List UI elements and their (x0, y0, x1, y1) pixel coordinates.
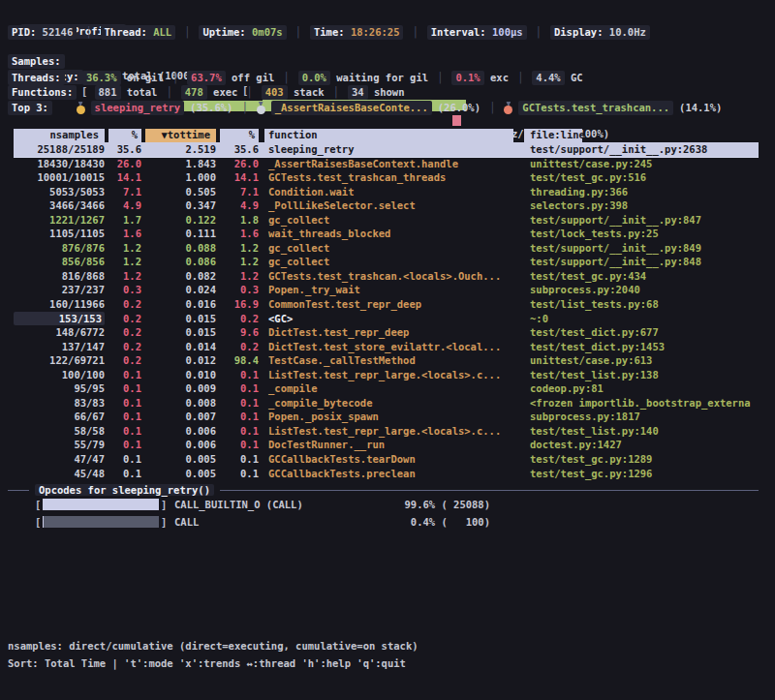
table-row[interactable]: 47/470.10.0050.1GCCallbackTests.tearDown… (0, 452, 775, 467)
cell-cumulative-pct: 7.1 (220, 185, 259, 199)
cell-cumulative-pct: 0.1 (220, 368, 259, 382)
table-row[interactable]: 1221/12671.70.1221.8gc_collecttest/suppo… (0, 213, 775, 228)
cell-direct-pct: 4.9 (108, 198, 141, 213)
cell-cumulative-pct: 0.1 (220, 438, 259, 452)
cell-nsamples: 100/100 (14, 368, 105, 382)
cell-tottime: 0.086 (145, 255, 216, 269)
cell-function: <GC> (268, 312, 520, 326)
table-row[interactable]: 122/697210.20.01298.4TestCase._callTestM… (0, 353, 775, 368)
cell-cumulative-pct: 1.2 (220, 255, 259, 269)
cell-cumulative-pct: 16.9 (220, 297, 259, 312)
cell-file-line: unittest/case.py:613 (530, 353, 762, 368)
column-header-direct-pct[interactable]: % (108, 129, 141, 142)
column-header-nsamples[interactable]: nsamples (14, 129, 105, 142)
cell-file-line: test/test_dict.py:1453 (530, 340, 762, 354)
opcode-bar-track (43, 499, 159, 510)
table-row[interactable]: 153/1530.20.0150.2<GC>~:0 (0, 312, 775, 326)
cell-function: Popen._try_wait (268, 283, 520, 297)
thread-stat-name: on gil (121, 72, 164, 83)
separator: │ (163, 85, 174, 100)
info-item-uptime: Uptime: 0m07s (199, 25, 286, 40)
info-label: Display: (554, 26, 609, 38)
cell-function: gc_collect (268, 241, 520, 256)
opcodes-title: Opcodes for sleeping_retry() (35, 484, 214, 496)
cell-direct-pct: 0.2 (108, 340, 141, 354)
table-row[interactable]: ▶25188/2518935.62.51935.6sleeping_retryt… (14, 142, 759, 157)
table-row[interactable]: 45/480.10.0050.1GCCallbackTests.preclean… (0, 467, 775, 481)
cell-nsamples: 18430/18430 (14, 157, 105, 171)
cell-cumulative-pct: 98.4 (220, 353, 259, 368)
table-row[interactable]: 5053/50537.10.5057.1Condition.waitthread… (0, 185, 775, 199)
column-header-tottime-sorted[interactable]: ▼tottime (145, 129, 216, 142)
cell-file-line: subprocess.py:1817 (530, 410, 762, 424)
table-row[interactable]: 18430/1843026.01.84326.0_AssertRaisesBas… (0, 157, 775, 171)
cell-nsamples: 148/6772 (14, 325, 105, 340)
table-row[interactable]: 10001/1001514.11.00014.1GCTests.test_tra… (0, 170, 775, 185)
cell-file-line: test/test_list.py:140 (530, 424, 762, 439)
cell-nsamples: 58/58 (14, 424, 105, 439)
table-row[interactable]: 58/580.10.0060.1ListTest.test_repr_large… (0, 424, 775, 439)
opcode-bar-close-bracket: ] (161, 515, 167, 529)
cell-nsamples: 856/856 (14, 255, 105, 269)
cell-nsamples: 95/95 (14, 381, 105, 396)
table-row[interactable]: 137/1470.20.0140.2DictTest.test_store_ev… (0, 340, 775, 354)
cell-nsamples: 153/153 (14, 312, 105, 326)
separator: │ (170, 71, 181, 85)
top3-function-name[interactable]: GCTests.test_trashcan... (518, 101, 673, 115)
cell-file-line: test/test_gc.py:434 (530, 269, 762, 284)
thread-stat-value: 36.3% (82, 71, 121, 85)
table-row[interactable]: 3466/34664.90.3474.9_PollLikeSelector.se… (0, 198, 775, 213)
cell-tottime: 1.000 (145, 170, 216, 185)
info-label: Uptime: (202, 26, 252, 38)
table-row[interactable]: 95/950.10.0090.1_compilecodeop.py:81 (0, 381, 775, 396)
table-row[interactable]: 1105/11051.60.1111.6wait_threads_blocked… (0, 227, 775, 241)
functions-stat: 34 shown (348, 85, 405, 100)
table-row[interactable]: 816/8681.20.0821.2GCTests.test_trashcan.… (0, 269, 775, 284)
threads-label: Threads: (8, 71, 65, 85)
opcode-bar-open-bracket: [ (35, 515, 41, 529)
cell-tottime: 0.016 (145, 297, 216, 312)
column-header-cumulative-pct[interactable]: % (220, 129, 259, 142)
cell-cumulative-pct: 9.6 (220, 325, 259, 340)
table-row[interactable]: 876/8761.20.0881.2gc_collecttest/support… (0, 241, 775, 256)
silver-medal-icon (257, 102, 265, 114)
cell-function: _AssertRaisesBaseContext.handle (268, 157, 520, 171)
cell-cumulative-pct: 0.2 (220, 340, 259, 354)
table-row[interactable]: 83/830.10.0080.1_compile_bytecode<frozen… (0, 396, 775, 411)
info-label: Interval: (431, 26, 492, 38)
cell-tottime: 0.122 (145, 213, 216, 228)
info-label: Thread: (105, 26, 154, 38)
table-row[interactable]: 160/119660.20.01616.9CommonTest.test_rep… (0, 297, 775, 312)
functions-stat: 478 exec (181, 85, 238, 100)
cell-file-line: test/test_list.py:138 (530, 368, 762, 382)
top3-function-name[interactable]: sleeping_retry (91, 101, 185, 115)
cell-function: wait_threads_blocked (268, 227, 520, 241)
cell-function: GCTests.test_trashcan.<locals>.Ouch... (268, 269, 520, 284)
table-row[interactable]: 66/670.10.0070.1Popen._posix_spawnsubpro… (0, 410, 775, 424)
table-row[interactable]: 237/2370.30.0240.3Popen._try_waitsubproc… (0, 283, 775, 297)
cell-tottime: 0.024 (145, 283, 216, 297)
thread-stat-name: waiting for gil (330, 72, 428, 83)
table-row[interactable]: 55/790.10.0060.1DocTestRunner.__rundocte… (0, 438, 775, 452)
cell-tottime: 0.010 (145, 368, 216, 382)
cell-direct-pct: 0.1 (108, 452, 141, 467)
cell-nsamples: 122/69721 (14, 353, 105, 368)
cell-direct-pct: 0.2 (108, 325, 141, 340)
opcode-name: CALL (174, 515, 199, 529)
opcodes-section-header: Opcodes for sleeping_retry() (8, 483, 759, 497)
gold-medal-icon (77, 102, 85, 114)
table-row[interactable]: 100/1000.10.0100.1ListTest.test_repr_lar… (0, 368, 775, 382)
info-value: 100µs (492, 26, 523, 38)
table-row[interactable]: 148/67720.20.0159.6DictTest.test_repr_de… (0, 325, 775, 340)
cell-file-line: test/list_tests.py:68 (530, 297, 762, 312)
column-header-function[interactable]: function (264, 129, 513, 142)
cell-direct-pct: 0.1 (108, 381, 141, 396)
table-row[interactable]: 856/8561.20.0861.2gc_collecttest/support… (0, 255, 775, 269)
cell-file-line: test/test_gc.py:516 (530, 170, 762, 185)
column-header-file-line[interactable]: file:line (524, 129, 582, 142)
opcode-bar-fill (43, 499, 159, 510)
cell-file-line: test/support/__init__.py:847 (530, 213, 762, 228)
cell-cumulative-pct: 0.3 (220, 283, 259, 297)
cell-nsamples: 137/147 (14, 340, 105, 354)
top3-function-name[interactable]: _AssertRaisesBaseConte... (271, 101, 432, 115)
